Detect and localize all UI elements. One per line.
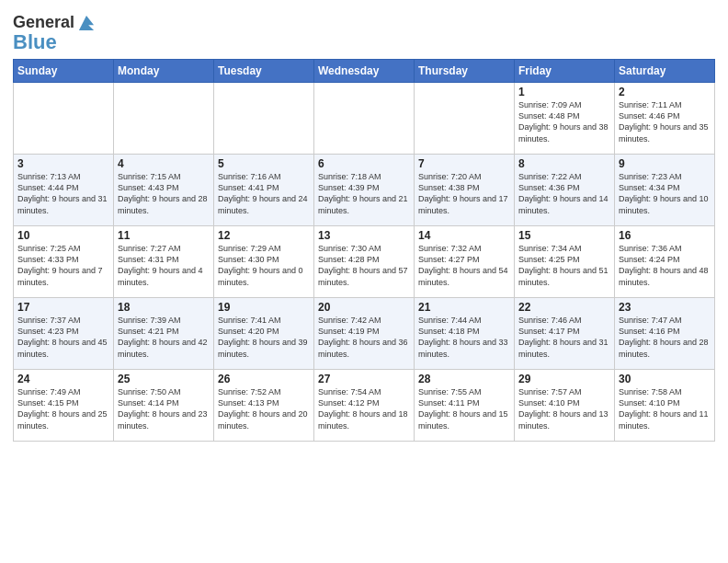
day-info: Sunrise: 7:22 AM Sunset: 4:36 PM Dayligh… xyxy=(518,171,610,216)
calendar-cell: 4Sunrise: 7:15 AM Sunset: 4:43 PM Daylig… xyxy=(114,155,214,226)
weekday-friday: Friday xyxy=(515,60,615,83)
day-number: 8 xyxy=(518,157,610,170)
day-info: Sunrise: 7:54 AM Sunset: 4:12 PM Dayligh… xyxy=(318,386,410,431)
calendar-cell: 27Sunrise: 7:54 AM Sunset: 4:12 PM Dayli… xyxy=(314,370,415,442)
calendar-cell: 17Sunrise: 7:37 AM Sunset: 4:23 PM Dayli… xyxy=(14,298,114,370)
weekday-saturday: Saturday xyxy=(615,60,715,83)
logo-text-general: General xyxy=(13,14,74,32)
calendar-table: SundayMondayTuesdayWednesdayThursdayFrid… xyxy=(13,59,715,442)
calendar-cell: 6Sunrise: 7:18 AM Sunset: 4:39 PM Daylig… xyxy=(314,155,415,226)
day-number: 7 xyxy=(418,157,510,170)
day-number: 25 xyxy=(118,373,210,385)
page: General Blue SundayMondayTuesdayWednesda… xyxy=(0,0,728,563)
day-info: Sunrise: 7:30 AM Sunset: 4:28 PM Dayligh… xyxy=(318,243,410,288)
calendar-cell: 22Sunrise: 7:46 AM Sunset: 4:17 PM Dayli… xyxy=(515,298,615,370)
calendar-cell: 3Sunrise: 7:13 AM Sunset: 4:44 PM Daylig… xyxy=(14,155,114,226)
day-info: Sunrise: 7:41 AM Sunset: 4:20 PM Dayligh… xyxy=(218,315,310,360)
day-number: 13 xyxy=(318,229,410,242)
day-info: Sunrise: 7:25 AM Sunset: 4:33 PM Dayligh… xyxy=(17,243,109,288)
calendar-cell xyxy=(14,83,114,155)
week-row-2: 3Sunrise: 7:13 AM Sunset: 4:44 PM Daylig… xyxy=(14,155,715,226)
day-number: 17 xyxy=(17,301,109,314)
day-info: Sunrise: 7:11 AM Sunset: 4:46 PM Dayligh… xyxy=(619,99,711,144)
day-info: Sunrise: 7:34 AM Sunset: 4:25 PM Dayligh… xyxy=(518,243,610,288)
logo-text-blue: Blue xyxy=(13,31,57,53)
calendar-cell: 21Sunrise: 7:44 AM Sunset: 4:18 PM Dayli… xyxy=(415,298,515,370)
calendar-cell xyxy=(214,83,314,155)
day-number: 6 xyxy=(318,157,410,170)
day-number: 12 xyxy=(218,229,310,242)
day-number: 16 xyxy=(619,229,711,242)
calendar-cell xyxy=(314,83,415,155)
calendar-cell xyxy=(114,83,214,155)
calendar-cell: 8Sunrise: 7:22 AM Sunset: 4:36 PM Daylig… xyxy=(515,155,615,226)
calendar-cell: 1Sunrise: 7:09 AM Sunset: 4:48 PM Daylig… xyxy=(515,83,615,155)
day-info: Sunrise: 7:29 AM Sunset: 4:30 PM Dayligh… xyxy=(218,243,310,288)
day-info: Sunrise: 7:37 AM Sunset: 4:23 PM Dayligh… xyxy=(17,315,109,360)
weekday-wednesday: Wednesday xyxy=(314,60,415,83)
calendar-cell: 10Sunrise: 7:25 AM Sunset: 4:33 PM Dayli… xyxy=(14,226,114,298)
day-number: 14 xyxy=(418,229,510,242)
day-info: Sunrise: 7:18 AM Sunset: 4:39 PM Dayligh… xyxy=(318,171,410,216)
day-info: Sunrise: 7:47 AM Sunset: 4:16 PM Dayligh… xyxy=(619,315,711,360)
logo-icon xyxy=(76,13,97,33)
day-info: Sunrise: 7:55 AM Sunset: 4:11 PM Dayligh… xyxy=(418,386,510,431)
calendar-cell: 9Sunrise: 7:23 AM Sunset: 4:34 PM Daylig… xyxy=(615,155,715,226)
calendar-cell: 13Sunrise: 7:30 AM Sunset: 4:28 PM Dayli… xyxy=(314,226,415,298)
day-number: 27 xyxy=(318,373,410,385)
weekday-thursday: Thursday xyxy=(415,60,515,83)
day-info: Sunrise: 7:09 AM Sunset: 4:48 PM Dayligh… xyxy=(518,99,610,144)
calendar-cell: 7Sunrise: 7:20 AM Sunset: 4:38 PM Daylig… xyxy=(415,155,515,226)
day-info: Sunrise: 7:52 AM Sunset: 4:13 PM Dayligh… xyxy=(218,386,310,431)
logo: General Blue xyxy=(13,13,97,53)
day-number: 2 xyxy=(619,86,711,98)
day-number: 1 xyxy=(518,86,610,98)
calendar-cell: 30Sunrise: 7:58 AM Sunset: 4:10 PM Dayli… xyxy=(615,370,715,442)
day-number: 24 xyxy=(17,373,109,385)
calendar-cell: 23Sunrise: 7:47 AM Sunset: 4:16 PM Dayli… xyxy=(615,298,715,370)
day-number: 21 xyxy=(418,301,510,314)
weekday-monday: Monday xyxy=(114,60,214,83)
day-info: Sunrise: 7:23 AM Sunset: 4:34 PM Dayligh… xyxy=(619,171,711,216)
calendar-cell: 12Sunrise: 7:29 AM Sunset: 4:30 PM Dayli… xyxy=(214,226,314,298)
day-number: 28 xyxy=(418,373,510,385)
day-info: Sunrise: 7:42 AM Sunset: 4:19 PM Dayligh… xyxy=(318,315,410,360)
week-row-5: 24Sunrise: 7:49 AM Sunset: 4:15 PM Dayli… xyxy=(14,370,715,442)
day-number: 26 xyxy=(218,373,310,385)
calendar-cell: 28Sunrise: 7:55 AM Sunset: 4:11 PM Dayli… xyxy=(415,370,515,442)
day-number: 4 xyxy=(118,157,210,170)
day-info: Sunrise: 7:58 AM Sunset: 4:10 PM Dayligh… xyxy=(619,386,711,431)
weekday-header-row: SundayMondayTuesdayWednesdayThursdayFrid… xyxy=(14,60,715,83)
calendar-cell: 5Sunrise: 7:16 AM Sunset: 4:41 PM Daylig… xyxy=(214,155,314,226)
day-number: 18 xyxy=(118,301,210,314)
weekday-sunday: Sunday xyxy=(14,60,114,83)
calendar-cell: 19Sunrise: 7:41 AM Sunset: 4:20 PM Dayli… xyxy=(214,298,314,370)
day-number: 11 xyxy=(118,229,210,242)
day-info: Sunrise: 7:15 AM Sunset: 4:43 PM Dayligh… xyxy=(118,171,210,216)
calendar-cell: 2Sunrise: 7:11 AM Sunset: 4:46 PM Daylig… xyxy=(615,83,715,155)
day-number: 9 xyxy=(619,157,711,170)
calendar-cell xyxy=(415,83,515,155)
calendar-cell: 16Sunrise: 7:36 AM Sunset: 4:24 PM Dayli… xyxy=(615,226,715,298)
week-row-1: 1Sunrise: 7:09 AM Sunset: 4:48 PM Daylig… xyxy=(14,83,715,155)
day-info: Sunrise: 7:13 AM Sunset: 4:44 PM Dayligh… xyxy=(17,171,109,216)
day-info: Sunrise: 7:50 AM Sunset: 4:14 PM Dayligh… xyxy=(118,386,210,431)
day-number: 22 xyxy=(518,301,610,314)
day-info: Sunrise: 7:49 AM Sunset: 4:15 PM Dayligh… xyxy=(17,386,109,431)
day-number: 29 xyxy=(518,373,610,385)
day-number: 23 xyxy=(619,301,711,314)
weekday-tuesday: Tuesday xyxy=(214,60,314,83)
header: General Blue xyxy=(13,9,715,53)
calendar-cell: 18Sunrise: 7:39 AM Sunset: 4:21 PM Dayli… xyxy=(114,298,214,370)
calendar-cell: 15Sunrise: 7:34 AM Sunset: 4:25 PM Dayli… xyxy=(515,226,615,298)
day-number: 19 xyxy=(218,301,310,314)
day-info: Sunrise: 7:57 AM Sunset: 4:10 PM Dayligh… xyxy=(518,386,610,431)
calendar-cell: 24Sunrise: 7:49 AM Sunset: 4:15 PM Dayli… xyxy=(14,370,114,442)
day-number: 10 xyxy=(17,229,109,242)
svg-marker-0 xyxy=(79,16,94,30)
day-number: 15 xyxy=(518,229,610,242)
calendar-cell: 11Sunrise: 7:27 AM Sunset: 4:31 PM Dayli… xyxy=(114,226,214,298)
day-info: Sunrise: 7:16 AM Sunset: 4:41 PM Dayligh… xyxy=(218,171,310,216)
day-number: 5 xyxy=(218,157,310,170)
calendar-cell: 14Sunrise: 7:32 AM Sunset: 4:27 PM Dayli… xyxy=(415,226,515,298)
